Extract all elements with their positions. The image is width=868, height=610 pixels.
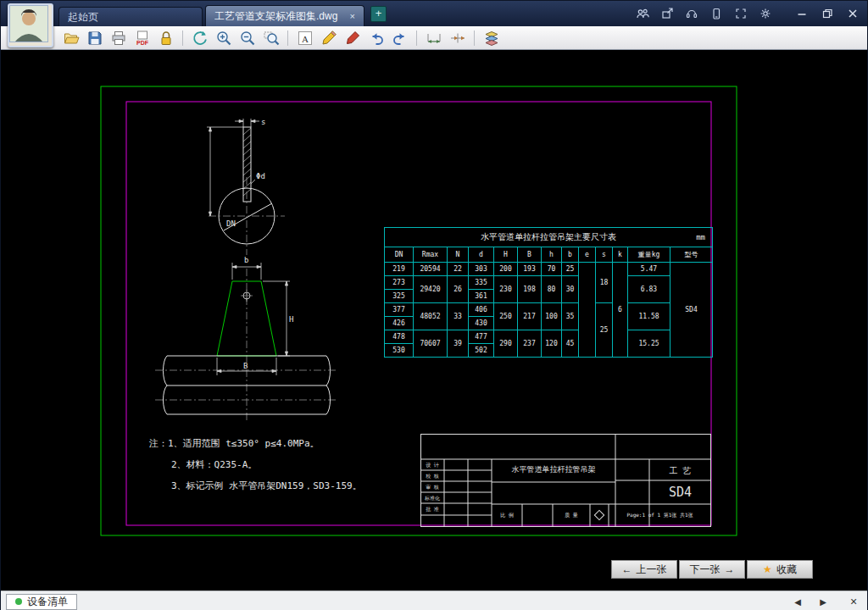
pdf-icon: PDF: [134, 30, 151, 47]
app-window: 起始页 工艺管道支架标准图集.dwg × +: [0, 0, 868, 610]
redo-icon: [392, 30, 409, 47]
dimension-continue-button[interactable]: [447, 28, 468, 48]
brush-button[interactable]: [342, 28, 363, 48]
toolbar-separator: [416, 30, 417, 46]
table-title: 水平管道单拉杆拉管吊架主要尺寸表mm: [385, 228, 713, 247]
tab-document[interactable]: 工艺管道支架标准图集.dwg ×: [205, 5, 364, 26]
table-cell: 237: [518, 330, 542, 358]
zoom-extents-icon: [263, 30, 280, 47]
lock-button[interactable]: [155, 28, 176, 48]
printer-icon: [110, 30, 127, 47]
dimension-continue-icon: [449, 30, 466, 47]
mobile-button[interactable]: [709, 6, 724, 21]
table-cell: 30: [562, 276, 579, 303]
undo-button[interactable]: [365, 28, 387, 48]
table-cell: 502: [469, 344, 494, 358]
maximize-button[interactable]: [820, 6, 835, 21]
open-button[interactable]: [60, 28, 81, 48]
table-header: s: [596, 247, 613, 263]
dim-label-dn: DN: [226, 219, 236, 228]
share-button[interactable]: [659, 6, 675, 21]
table-cell: 100: [542, 303, 562, 330]
table-cell: 217: [518, 303, 542, 330]
dim-label-b: b: [244, 256, 248, 264]
table-cell: 5.47: [628, 263, 670, 276]
left-arrow-icon: ←: [622, 563, 632, 575]
zoom-out-button[interactable]: [236, 28, 258, 48]
panel-prev-button[interactable]: ◀: [789, 594, 806, 609]
toolbar-separator: [287, 30, 288, 46]
table-cell: 35: [562, 303, 579, 330]
tab-close-icon[interactable]: ×: [350, 11, 355, 21]
zoom-in-button[interactable]: [213, 28, 234, 48]
table-header: Rmax: [414, 247, 448, 263]
table-cell: 25: [596, 303, 613, 358]
pdf-export-button[interactable]: PDF: [131, 28, 153, 48]
table-cell: 15.25: [628, 330, 670, 358]
dimension-icon: [426, 30, 442, 47]
settings-button[interactable]: [758, 6, 773, 21]
statusbar-nav: ◀ ▶ ×: [789, 594, 862, 609]
star-icon: ★: [763, 563, 772, 575]
service-button[interactable]: [684, 6, 699, 21]
new-tab-button[interactable]: +: [370, 6, 387, 22]
lock-icon: [158, 30, 175, 47]
plate-dimensions: [217, 263, 290, 375]
dimension-button[interactable]: [423, 28, 444, 48]
contacts-button[interactable]: [635, 6, 650, 21]
scale-label: 比 例: [492, 512, 522, 519]
table-cell: 70607: [414, 330, 448, 358]
title-block-code: SD4: [649, 485, 711, 500]
table-cell: 80: [542, 276, 562, 303]
title-block-label: 批 准: [420, 503, 444, 514]
tab-start-page[interactable]: 起始页: [58, 7, 203, 26]
toolbar-separator: [182, 30, 183, 46]
device-list-label: 设备清单: [27, 595, 68, 609]
print-button[interactable]: [108, 28, 129, 48]
table-cell: 45: [562, 330, 579, 358]
table-cell: 325: [385, 290, 414, 303]
next-page-label: 下一张: [690, 563, 721, 577]
panel-next-button[interactable]: ▶: [815, 594, 832, 609]
table-cell: 11.58: [628, 303, 670, 330]
fullscreen-button[interactable]: [733, 6, 748, 21]
title-block-label: 审 核: [420, 481, 444, 492]
drawing-canvas[interactable]: s Φd DN b H B 水平管道单拉杆拉管吊架主要尺寸表mmDNRmaxNd…: [1, 50, 867, 591]
favorite-button[interactable]: ★ 收藏: [747, 560, 813, 579]
tab-bar: 起始页 工艺管道支架标准图集.dwg × +: [58, 1, 387, 26]
pan-button[interactable]: [189, 28, 210, 48]
panel-close-button[interactable]: ×: [845, 594, 862, 609]
device-list-button[interactable]: 设备清单: [6, 594, 77, 610]
pencil-button[interactable]: [318, 28, 339, 48]
layers-button[interactable]: [481, 28, 502, 48]
close-button[interactable]: [845, 6, 860, 21]
user-avatar[interactable]: [8, 3, 53, 47]
title-block-drawing-name: 水平管道单拉杆拉管吊架: [492, 464, 615, 475]
text-button[interactable]: A: [294, 28, 315, 48]
next-page-button[interactable]: 下一张 →: [679, 560, 745, 579]
title-block-discipline: 工 艺: [649, 465, 711, 477]
table-header: b: [562, 247, 579, 263]
layers-icon: [483, 30, 500, 47]
share-icon: [660, 7, 674, 20]
table-cell: 361: [469, 290, 494, 303]
gear-icon: [759, 7, 772, 20]
dim-label-s: s: [261, 118, 265, 126]
zoom-extents-button[interactable]: [260, 28, 281, 48]
table-cell: 478: [385, 330, 414, 344]
table-cell: 33: [448, 303, 469, 330]
table-cell: 406: [469, 303, 494, 317]
prev-page-button[interactable]: ← 上一张: [611, 560, 677, 579]
open-folder-icon: [63, 30, 80, 47]
redo-button[interactable]: [389, 28, 410, 48]
table-cell: 250: [494, 303, 518, 330]
table-header: e: [579, 247, 596, 263]
table-header: d: [469, 247, 494, 263]
status-dot-icon: [15, 598, 22, 605]
note-line: 3、标记示例 水平管吊架DN159，SD3-159。: [171, 475, 362, 496]
svg-text:PDF: PDF: [136, 40, 149, 46]
table-cell: 230: [494, 276, 518, 303]
minimize-button[interactable]: [794, 6, 810, 21]
save-button[interactable]: [84, 28, 105, 48]
close-icon: [847, 8, 859, 19]
